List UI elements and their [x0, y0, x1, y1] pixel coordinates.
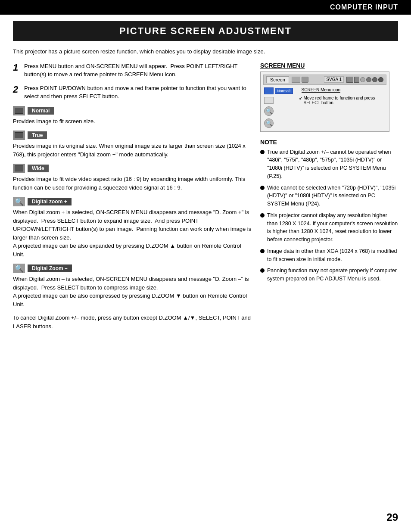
dzoom-minus-icon: 🔍 — [13, 264, 25, 273]
dzoom-plus-text: When Digital zoom + is selected, ON-SCRE… — [13, 208, 252, 258]
screen-menu-top-bar: Screen SVGA 1 — [263, 75, 386, 85]
step-2-text: Press POINT UP/DOWN button and move a re… — [24, 84, 252, 101]
cancel-text: To cancel Digital Zoom +/– mode, press a… — [13, 314, 252, 330]
header-bar: COMPUTER INPUT — [0, 0, 411, 15]
screen-menu-box: Screen SVGA 1 — [260, 72, 389, 132]
dzoom-minus-text: When Digital zoom – is selected, ON-SCRE… — [13, 275, 252, 308]
menu-item-2 — [264, 97, 274, 104]
right-column: SCREEN MENU Screen SVGA 1 — [260, 62, 398, 331]
note-text-4: Image data in other than XGA (1024 x 768… — [267, 247, 398, 264]
function-dzoom-minus-header: 🔍 Digital Zoom – — [13, 264, 252, 273]
screen-menu-body: Normal! 🔍 🔍 — [263, 87, 386, 129]
note-item-1: True and Digital zoom +/– cannot be oper… — [260, 148, 398, 180]
top-icon-5 — [372, 77, 377, 82]
note-item-5: Panning function may not operate properl… — [260, 267, 398, 283]
top-icon-4 — [366, 77, 371, 82]
function-digital-zoom-plus: 🔍 Digital zoom + When Digital zoom + is … — [13, 197, 252, 258]
note-bullet-4 — [260, 249, 265, 253]
svga-label: SVGA 1 — [324, 76, 344, 83]
function-true: True Provides image in its original size… — [13, 131, 252, 159]
screen-menu-icon-label: SCREEN Menu icon — [302, 87, 386, 92]
top-icon-3 — [360, 77, 365, 82]
true-label: True — [28, 131, 47, 139]
top-bar-icons — [292, 77, 322, 83]
page-title: PICTURE SCREEN ADJUSTMENT — [13, 21, 398, 41]
true-text: Provides image in its original size. Whe… — [13, 142, 252, 159]
note-section: NOTE True and Digital zoom +/– cannot be… — [260, 139, 398, 283]
menu-icon-2 — [302, 77, 308, 83]
menu-item-4: 🔍 — [264, 118, 274, 128]
normal-text: Provides image to fit screen size. — [13, 117, 252, 126]
dzoom-plus-icon: 🔍 — [13, 197, 25, 206]
function-wide: Wide Provides image to fit wide video as… — [13, 164, 252, 192]
menu-item-normal: Normal! — [264, 87, 293, 94]
note-bullet-2 — [260, 186, 265, 190]
header-title: COMPUTER INPUT — [330, 3, 398, 11]
two-col-layout: 1 Press MENU button and ON-SCREEN MENU w… — [13, 62, 398, 331]
wide-label: Wide — [28, 165, 49, 172]
move-frame-text: Move red frame to function and press SEL… — [304, 96, 386, 105]
dzoom-minus-label: Digital Zoom – — [28, 264, 72, 272]
note-text-3: This projector cannot display any resolu… — [267, 212, 398, 244]
screen-menu-title: SCREEN MENU — [260, 62, 398, 69]
screen-menu-icon-annotation: SCREEN Menu icon — [302, 87, 341, 93]
function-normal: Normal Provides image to fit screen size… — [13, 106, 252, 126]
note-bullet-1 — [260, 150, 265, 154]
magnify-minus-icon: 🔍 — [15, 264, 24, 273]
dzoom-plus-label: Digital zoom + — [28, 198, 72, 205]
top-icon-1 — [346, 77, 353, 83]
function-wide-header: Wide — [13, 164, 252, 173]
function-dzoom-plus-header: 🔍 Digital zoom + — [13, 197, 252, 206]
note-item-2: Wide cannot be selected when "720p (HDTV… — [260, 184, 398, 208]
magnify-plus-icon: 🔍 — [15, 197, 24, 206]
note-bullet-5 — [260, 268, 265, 273]
menu-icon-1 — [292, 77, 300, 83]
wide-text: Provides image to fit wide video aspect … — [13, 175, 252, 192]
menu-item-3: 🔍 — [264, 106, 274, 116]
left-column: 1 Press MENU button and ON-SCREEN MENU w… — [13, 62, 252, 331]
top-icon-2 — [354, 77, 359, 83]
note-text-2: Wide cannot be selected when "720p (HDTV… — [267, 184, 398, 208]
page-number: 29 — [386, 511, 398, 523]
right-icons — [346, 77, 383, 83]
menu-annotations: SCREEN Menu icon ↙ Move red frame to fun… — [297, 87, 386, 129]
true-screen-icon — [13, 131, 25, 140]
note-bullet-3 — [260, 213, 265, 218]
top-icon-6 — [378, 77, 383, 82]
note-title: NOTE — [260, 139, 398, 146]
normal-label: Normal — [28, 107, 54, 115]
screen-tab: Screen — [266, 76, 289, 83]
note-text-5: Panning function may not operate properl… — [267, 267, 398, 283]
step-2: 2 Press POINT UP/DOWN button and move a … — [13, 84, 252, 101]
step-1: 1 Press MENU button and ON-SCREEN MENU w… — [13, 62, 252, 79]
step-2-number: 2 — [13, 84, 21, 101]
function-normal-header: Normal — [13, 106, 252, 115]
step-1-number: 1 — [13, 62, 21, 79]
note-item-3: This projector cannot display any resolu… — [260, 212, 398, 244]
function-true-header: True — [13, 131, 252, 140]
note-item-4: Image data in other than XGA (1024 x 768… — [260, 247, 398, 264]
normal-icon-box — [264, 87, 274, 94]
menu-items-list: Normal! 🔍 🔍 — [263, 87, 294, 129]
function-digital-zoom-minus: 🔍 Digital Zoom – When Digital zoom – is … — [13, 264, 252, 308]
wide-screen-icon — [13, 164, 25, 173]
step-1-text: Press MENU button and ON-SCREEN MENU wil… — [24, 62, 252, 79]
move-frame-annotation: ↙ Move red frame to function and press S… — [299, 96, 386, 105]
normal-screen-icon — [13, 106, 25, 115]
note-text-1: True and Digital zoom +/– cannot be oper… — [267, 148, 398, 180]
intro-text: This projector has a picture screen resi… — [13, 47, 398, 56]
screen-menu-section: SCREEN MENU Screen SVGA 1 — [260, 62, 398, 132]
main-content: PICTURE SCREEN ADJUSTMENT This projector… — [0, 21, 411, 343]
normal-menu-label: Normal! — [275, 88, 293, 94]
